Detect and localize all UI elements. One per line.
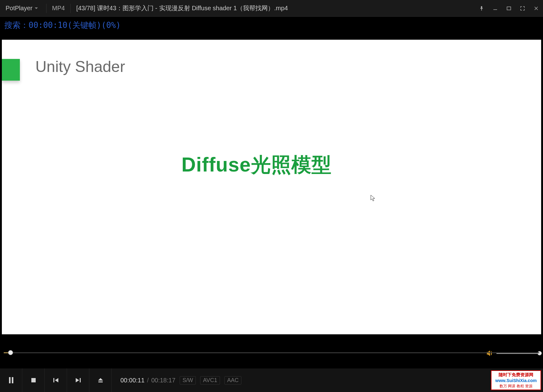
watermark-line1: 随时下免费资源网 xyxy=(491,372,541,378)
svg-rect-5 xyxy=(12,377,13,383)
stop-button[interactable] xyxy=(22,368,45,392)
minimize-button[interactable] xyxy=(488,0,502,16)
fullscreen-button[interactable] xyxy=(516,0,529,16)
time-separator: / xyxy=(147,377,149,384)
window-controls xyxy=(475,0,543,16)
video-viewport[interactable]: Unity Shader Diffuse光照模型 xyxy=(2,40,541,334)
watermark-line3: 数万 网课 教程 资源 xyxy=(491,384,541,389)
fullscreen-icon xyxy=(520,6,525,11)
seek-bar[interactable] xyxy=(4,349,539,359)
stop-icon xyxy=(31,377,36,383)
pin-button[interactable] xyxy=(475,0,488,16)
previous-button[interactable] xyxy=(45,368,67,392)
window-title: [43/78] 课时43：图形学入门 - 实现漫反射 Diffuse shade… xyxy=(73,4,291,12)
svg-rect-4 xyxy=(9,377,11,383)
control-bar: 00:00:11 / 00:18:17 S/W AVC1 AAC 360° 3D… xyxy=(0,368,543,392)
seek-status-text: 搜索：00:00:10(关键帧)(0%) xyxy=(0,17,543,31)
eject-icon xyxy=(97,377,104,383)
title-bar: PotPlayer MP4 [43/78] 课时43：图形学入门 - 实现漫反射… xyxy=(0,0,543,17)
format-label: MP4 xyxy=(49,5,68,12)
chevron-down-icon xyxy=(34,7,38,10)
maximize-button[interactable] xyxy=(502,0,516,16)
seek-track[interactable] xyxy=(4,352,539,353)
video-codec-badge[interactable]: AVC1 xyxy=(200,376,220,385)
app-name-label: PotPlayer xyxy=(6,5,33,12)
audio-codec-badge[interactable]: AAC xyxy=(224,376,241,385)
svg-rect-1 xyxy=(507,7,511,10)
separator xyxy=(46,4,47,13)
svg-rect-8 xyxy=(80,378,81,382)
control-bar-right: 360° 3D 随时下免费资源网 www.SuiShiXia.com 数万 网课… xyxy=(508,377,543,384)
svg-rect-9 xyxy=(98,381,103,382)
minimize-icon xyxy=(493,6,498,11)
watermark-line2: www.SuiShiXia.com xyxy=(491,378,541,384)
pause-icon xyxy=(8,377,14,384)
svg-rect-6 xyxy=(31,378,36,382)
separator xyxy=(70,4,71,13)
seek-knob[interactable] xyxy=(8,350,13,355)
slide-header-text: Unity Shader xyxy=(35,58,125,76)
app-menu-button[interactable]: PotPlayer xyxy=(0,0,44,16)
eject-button[interactable] xyxy=(89,368,112,392)
renderer-badge[interactable]: S/W xyxy=(180,376,196,385)
pin-icon xyxy=(479,6,484,11)
previous-icon xyxy=(53,377,59,383)
slide-title-text: Diffuse光照模型 xyxy=(182,151,332,178)
pause-button[interactable] xyxy=(0,368,22,392)
svg-rect-7 xyxy=(53,378,54,382)
time-display: 00:00:11 / 00:18:17 S/W AVC1 AAC xyxy=(112,376,250,385)
maximize-icon xyxy=(506,6,511,11)
watermark-overlay: 随时下免费资源网 www.SuiShiXia.com 数万 网课 教程 资源 xyxy=(491,370,541,390)
cursor-icon xyxy=(370,195,375,203)
close-button[interactable] xyxy=(529,0,543,16)
next-icon xyxy=(75,377,81,383)
next-button[interactable] xyxy=(67,368,89,392)
total-duration: 00:18:17 xyxy=(151,377,175,384)
slide-accent-block xyxy=(2,59,20,81)
close-icon xyxy=(534,6,539,11)
current-time: 00:00:11 xyxy=(120,377,145,384)
